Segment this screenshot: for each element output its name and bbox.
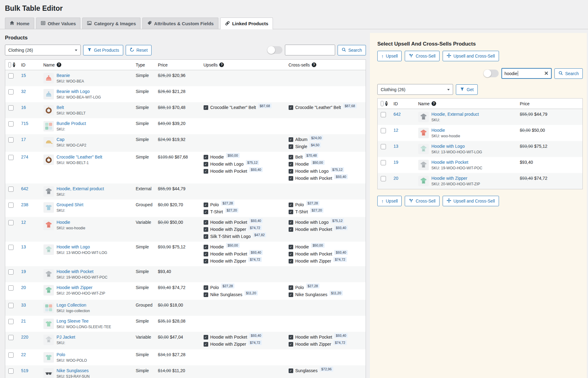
product-id-link[interactable]: 642	[394, 112, 401, 117]
product-name-link[interactable]: Crocodile "Leather" Belt	[57, 155, 102, 159]
row-checkbox[interactable]	[8, 105, 14, 111]
linked-item-checkbox[interactable]: ✓	[289, 368, 293, 373]
product-id-link[interactable]: 32	[21, 89, 26, 94]
product-id-link[interactable]: 220	[21, 335, 28, 340]
products-search-button[interactable]: Search	[338, 45, 366, 55]
product-name-link[interactable]: Grouped Shirt	[57, 202, 83, 207]
row-checkbox[interactable]	[8, 137, 14, 143]
product-id-link[interactable]: 715	[21, 121, 28, 126]
help-icon[interactable]: ?	[13, 62, 15, 67]
product-name-link[interactable]: Hoodie, External product	[57, 186, 104, 191]
product-name-link[interactable]: Polo	[57, 352, 65, 357]
linked-item-checkbox[interactable]: ✓	[289, 220, 293, 225]
linked-item-checkbox[interactable]: ✓	[289, 259, 293, 263]
product-name-link[interactable]: Cap	[57, 137, 65, 142]
clear-search-icon[interactable]: ✕	[544, 71, 548, 76]
help-icon[interactable]: ?	[219, 62, 224, 67]
product-name-link[interactable]: Hoodie with Zipper	[57, 285, 93, 290]
linked-item-checkbox[interactable]: ✓	[204, 234, 208, 239]
product-name-link[interactable]: Hoodie with Pocket	[432, 160, 468, 165]
product-name-link[interactable]: Hoodie	[57, 220, 70, 225]
product-name-link[interactable]: Logo Collection	[57, 303, 87, 308]
product-id-link[interactable]: 19	[21, 269, 26, 274]
product-id-link[interactable]: 19	[394, 160, 399, 165]
linked-item-checkbox[interactable]: ✓	[204, 220, 208, 225]
linked-item-checkbox[interactable]: ✓	[289, 176, 293, 181]
linked-item-checkbox[interactable]: ✓	[289, 137, 293, 142]
product-id-link[interactable]: 33	[21, 303, 26, 308]
linked-item-checkbox[interactable]: ✓	[204, 342, 208, 347]
row-checkbox[interactable]	[8, 220, 14, 225]
tab-attributes-custom-fields[interactable]: Attributes & Custom Fields	[142, 18, 218, 29]
product-id-link[interactable]: 16	[21, 105, 26, 110]
select-all-checkbox[interactable]	[381, 101, 383, 106]
tab-category-images[interactable]: Category & Images	[82, 18, 140, 29]
tab-other-values[interactable]: Other Values	[36, 18, 81, 29]
get-products-button[interactable]: Get Products	[83, 45, 123, 55]
product-id-link[interactable]: 20	[21, 285, 26, 290]
linked-item-checkbox[interactable]: ✓	[204, 245, 208, 249]
row-checkbox[interactable]	[8, 269, 14, 275]
upsell-category-select[interactable]: Clothing (26)	[377, 84, 453, 95]
product-id-link[interactable]: 12	[394, 128, 399, 133]
product-name-link[interactable]: Belt	[57, 105, 64, 110]
row-checkbox[interactable]	[381, 112, 386, 117]
row-checkbox[interactable]	[8, 187, 14, 192]
product-name-link[interactable]: PJ Jacket	[57, 335, 75, 340]
product-name-link[interactable]: Beanie with Logo	[57, 89, 90, 94]
product-name-link[interactable]: Hoodie	[432, 128, 445, 133]
get-button[interactable]: Get	[456, 84, 478, 95]
linked-item-checkbox[interactable]: ✓	[204, 105, 208, 110]
upsell-button-top[interactable]: ↑ Upsell	[377, 51, 402, 61]
product-id-link[interactable]: 21	[21, 319, 26, 324]
help-icon[interactable]: ?	[312, 62, 316, 67]
linked-item-checkbox[interactable]: ✓	[204, 335, 208, 340]
product-name-link[interactable]: Bundle Product	[57, 121, 86, 126]
product-id-link[interactable]: 12	[21, 220, 26, 225]
linked-item-checkbox[interactable]: ✓	[289, 342, 293, 347]
product-id-link[interactable]: 17	[21, 137, 26, 142]
linked-item-checkbox[interactable]: ✓	[289, 252, 293, 256]
upsell-search-input[interactable]: hoodie ✕	[501, 68, 552, 79]
linked-item-checkbox[interactable]: ✓	[289, 169, 293, 174]
product-id-link[interactable]: 274	[21, 155, 28, 159]
help-icon[interactable]: ?	[432, 101, 436, 106]
tab-home[interactable]: Home	[5, 18, 34, 29]
row-checkbox[interactable]	[8, 352, 14, 358]
linked-item-checkbox[interactable]: ✓	[289, 162, 293, 167]
help-icon[interactable]: ?	[57, 62, 61, 67]
product-name-link[interactable]: Hoodie with Logo	[57, 244, 90, 249]
row-checkbox[interactable]	[8, 121, 14, 127]
linked-item-checkbox[interactable]: ✓	[204, 259, 208, 263]
linked-item-checkbox[interactable]: ✓	[204, 203, 208, 207]
category-select[interactable]: Clothing (26)	[5, 45, 81, 55]
linked-item-checkbox[interactable]: ✓	[289, 245, 293, 249]
linked-item-checkbox[interactable]: ✓	[289, 144, 293, 149]
row-checkbox[interactable]	[8, 73, 14, 78]
upsell-and-cross-sell-button-top[interactable]: Upsell and Cross-Sell	[443, 51, 499, 61]
product-name-link[interactable]: Hoodie, External product	[432, 112, 479, 117]
product-id-link[interactable]: 238	[21, 202, 28, 207]
row-checkbox[interactable]	[8, 303, 14, 308]
linked-item-checkbox[interactable]: ✓	[289, 285, 293, 290]
select-all-checkbox[interactable]	[8, 62, 11, 67]
product-name-link[interactable]: Hoodie with Pocket	[57, 269, 94, 274]
cross-sell-button-bottom[interactable]: Cross-Sell	[405, 196, 440, 206]
linked-item-checkbox[interactable]: ✓	[204, 252, 208, 256]
upsell-search-toggle[interactable]	[484, 70, 499, 77]
product-name-link[interactable]: Hoodie with Logo	[432, 144, 465, 149]
row-checkbox[interactable]	[8, 368, 14, 374]
product-name-link[interactable]: Beanie	[57, 73, 70, 78]
row-checkbox[interactable]	[381, 128, 386, 133]
linked-item-checkbox[interactable]: ✓	[204, 155, 208, 159]
linked-item-checkbox[interactable]: ✓	[204, 292, 208, 297]
row-checkbox[interactable]	[8, 155, 14, 160]
product-name-link[interactable]: Nike Sunglasses	[57, 368, 89, 373]
linked-item-checkbox[interactable]: ✓	[204, 285, 208, 290]
row-checkbox[interactable]	[381, 160, 386, 165]
product-id-link[interactable]: 22	[21, 352, 26, 357]
row-checkbox[interactable]	[8, 335, 14, 340]
linked-item-checkbox[interactable]: ✓	[289, 335, 293, 340]
row-checkbox[interactable]	[8, 245, 14, 250]
linked-item-checkbox[interactable]: ✓	[289, 105, 293, 110]
